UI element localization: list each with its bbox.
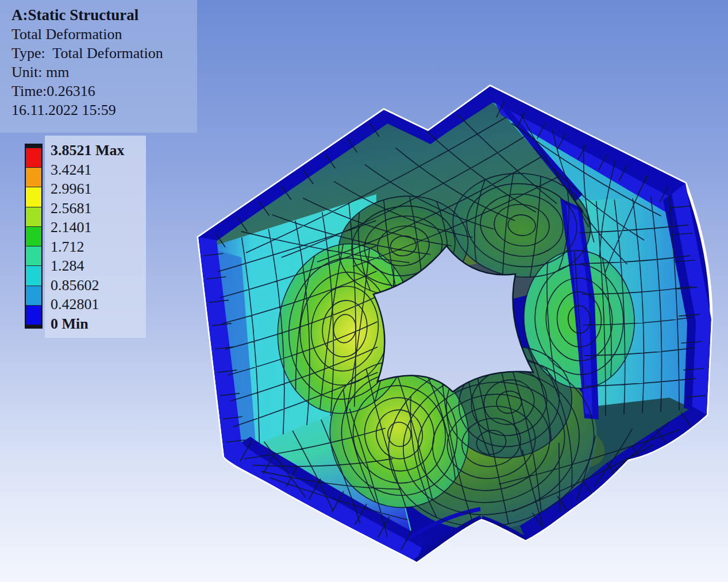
colorbar-segment [26,207,41,226]
colorbar-segment [26,265,41,285]
colorbar-segment [26,305,41,325]
colorbar-segment [26,148,41,167]
result-time: Time:0.26316 [11,82,197,101]
legend-entry: 2.5681 [51,199,148,218]
ansys-3d-viewport[interactable]: A:Static Structural Total Deformation Ty… [0,0,728,582]
legend-entry: 2.1401 [51,218,148,237]
result-unit: Unit: mm [11,63,197,82]
colorbar-segment [26,286,41,305]
legend-entry: 0.42801 [51,295,148,314]
legend-entry: 1.712 [51,237,148,257]
colorbar-segment [26,226,41,246]
legend-entry: 0 Min [51,314,148,334]
legend-entry: 1.284 [51,256,148,276]
legend-entry: 2.9961 [51,179,148,199]
result-info-panel: A:Static Structural Total Deformation Ty… [0,0,197,133]
result-name: Total Deformation [11,25,197,44]
colorbar-segment [26,167,41,187]
legend-entry: 3.4241 [51,160,148,180]
result-datestamp: 16.11.2022 15:59 [11,101,197,120]
colorbar-segment [26,187,41,206]
legend-entry: 3.8521 Max [51,141,148,160]
result-type: Type: Total Deformation [11,44,197,63]
legend-labels: 3.8521 Max 3.4241 2.9961 2.5681 2.1401 1… [51,141,148,333]
legend-colorbar [25,144,43,329]
legend-entry: 0.85602 [51,276,148,295]
analysis-title: A:Static Structural [11,6,197,25]
colorbar-segment [26,246,41,265]
colorbar-bottom-cap [26,325,41,327]
